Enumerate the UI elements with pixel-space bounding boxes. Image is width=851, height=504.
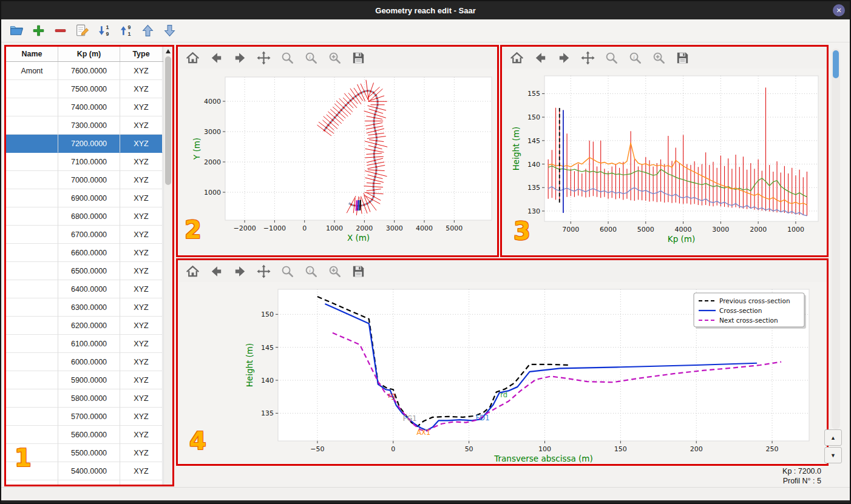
table-cell[interactable] [6, 135, 58, 153]
table-cell[interactable]: XYZ [120, 317, 163, 335]
zoom-to-rect-icon[interactable] [651, 50, 666, 66]
table-cell[interactable] [6, 317, 58, 335]
table-cell[interactable]: XYZ [120, 298, 163, 317]
delete-row-icon[interactable] [53, 23, 68, 38]
table-row[interactable]: 5800.0000XYZ [6, 389, 163, 408]
back-icon[interactable] [209, 264, 224, 279]
table-cell[interactable] [6, 80, 58, 98]
column-header[interactable]: Name [6, 47, 58, 61]
table-cell[interactable]: XYZ [120, 189, 163, 207]
table-cell[interactable]: XYZ [120, 353, 163, 371]
table-cell[interactable]: 5600.0000 [58, 426, 120, 444]
table-cell[interactable]: XYZ [120, 371, 163, 389]
table-cell[interactable]: XYZ [120, 98, 163, 116]
pan-icon[interactable] [256, 264, 271, 279]
move-up-icon[interactable] [140, 23, 155, 38]
table-cell[interactable]: Amont [6, 62, 58, 80]
table-row[interactable]: 7000.0000XYZ [6, 171, 163, 189]
table-row[interactable]: 6400.0000XYZ [6, 280, 163, 298]
table-cell[interactable]: 7100.0000 [58, 153, 120, 171]
cross-section-canvas[interactable]: −50050100150200250135140145150Transverse… [178, 282, 827, 464]
table-cell[interactable]: XYZ [120, 62, 163, 80]
table-cell[interactable]: 6200.0000 [58, 317, 120, 335]
table-cell[interactable]: XYZ [120, 426, 163, 444]
window-scrollbar-thumb[interactable] [833, 50, 839, 78]
table-cell[interactable]: 7600.0000 [58, 62, 120, 80]
plan-view-canvas[interactable]: −2000−1000010002000300040005000100020003… [178, 69, 497, 255]
table-cell[interactable]: XYZ [120, 226, 163, 244]
sort-descending-icon[interactable]: 19 [97, 23, 112, 38]
back-icon[interactable] [209, 50, 224, 66]
open-file-icon[interactable] [9, 23, 24, 38]
table-cell[interactable]: 5900.0000 [58, 371, 120, 389]
table-scrollbar[interactable] [163, 47, 172, 485]
table-cell[interactable] [6, 371, 58, 389]
table-cell[interactable]: 6000.0000 [58, 353, 120, 371]
table-cell[interactable]: 6500.0000 [58, 262, 120, 280]
table-cell[interactable] [6, 389, 58, 408]
forward-icon[interactable] [232, 264, 248, 279]
table-row[interactable]: 5700.0000XYZ [6, 408, 163, 426]
table-cell[interactable]: 6100.0000 [58, 335, 120, 353]
table-row[interactable]: 7500.0000XYZ [6, 80, 163, 98]
table-cell[interactable] [6, 98, 58, 116]
close-button[interactable]: ✕ [833, 4, 845, 16]
forward-icon[interactable] [557, 50, 572, 66]
table-row[interactable]: 6500.0000XYZ [6, 262, 163, 280]
forward-icon[interactable] [232, 50, 248, 66]
table-row[interactable]: 5300.0000XYZ [6, 480, 163, 485]
table-cell[interactable]: XYZ [120, 135, 163, 153]
table-row[interactable]: 6900.0000XYZ [6, 189, 163, 207]
save-icon[interactable] [675, 50, 690, 66]
table-row[interactable]: 6800.0000XYZ [6, 207, 163, 226]
table-row[interactable]: 7100.0000XYZ [6, 153, 163, 171]
table-cell[interactable]: XYZ [120, 335, 163, 353]
table-row[interactable]: 6200.0000XYZ [6, 317, 163, 335]
table-cell[interactable] [6, 116, 58, 135]
table-cell[interactable] [6, 171, 58, 189]
table-cell[interactable] [6, 408, 58, 426]
configure-subplots-icon[interactable]: i [303, 264, 319, 279]
table-cell[interactable]: XYZ [120, 462, 163, 480]
cross-section-figure[interactable]: −50050100150200250135140145150Transverse… [178, 282, 827, 464]
table-cell[interactable]: XYZ [120, 480, 163, 485]
table-cell[interactable]: 5500.0000 [58, 444, 120, 462]
profile-up-button[interactable]: ▲ [824, 429, 842, 446]
zoom-to-rect-icon[interactable] [327, 50, 342, 66]
table-cell[interactable] [6, 262, 58, 280]
longitudinal-canvas[interactable]: 7000600050004000300020001000130135140145… [502, 69, 827, 255]
table-cell[interactable]: 6800.0000 [58, 207, 120, 226]
table-cell[interactable] [6, 480, 58, 485]
table-cell[interactable] [6, 189, 58, 207]
table-cell[interactable]: XYZ [120, 389, 163, 408]
table-cell[interactable] [6, 353, 58, 371]
move-down-icon[interactable] [162, 23, 177, 38]
table-cell[interactable]: XYZ [120, 153, 163, 171]
table-cell[interactable]: XYZ [120, 244, 163, 262]
configure-subplots-icon[interactable]: i [628, 50, 643, 66]
table-cell[interactable]: 7400.0000 [58, 98, 120, 116]
table-cell[interactable] [6, 444, 58, 462]
table-cell[interactable]: 5700.0000 [58, 408, 120, 426]
table-row[interactable]: 6000.0000XYZ [6, 353, 163, 371]
home-icon[interactable] [185, 264, 200, 279]
table-cell[interactable]: 6700.0000 [58, 226, 120, 244]
table-cell[interactable]: XYZ [120, 408, 163, 426]
table-cell[interactable] [6, 298, 58, 317]
longitudinal-figure[interactable]: 7000600050004000300020001000130135140145… [502, 69, 827, 255]
table-cell[interactable]: 6600.0000 [58, 244, 120, 262]
table-row[interactable]: 6100.0000XYZ [6, 335, 163, 353]
table-cell[interactable]: 5300.0000 [58, 480, 120, 485]
table-cell[interactable] [6, 462, 58, 480]
back-icon[interactable] [533, 50, 548, 66]
table-cell[interactable]: 6400.0000 [58, 280, 120, 298]
profile-down-button[interactable]: ▼ [824, 447, 842, 463]
table-cell[interactable]: XYZ [120, 444, 163, 462]
zoom-icon[interactable] [280, 50, 295, 66]
table-cell[interactable]: XYZ [120, 280, 163, 298]
zoom-to-rect-icon[interactable] [327, 264, 342, 279]
column-header[interactable]: Kp (m) [58, 47, 120, 61]
table-cell[interactable] [6, 244, 58, 262]
table-cell[interactable]: XYZ [120, 171, 163, 189]
sort-ascending-icon[interactable]: 91 [118, 23, 134, 38]
